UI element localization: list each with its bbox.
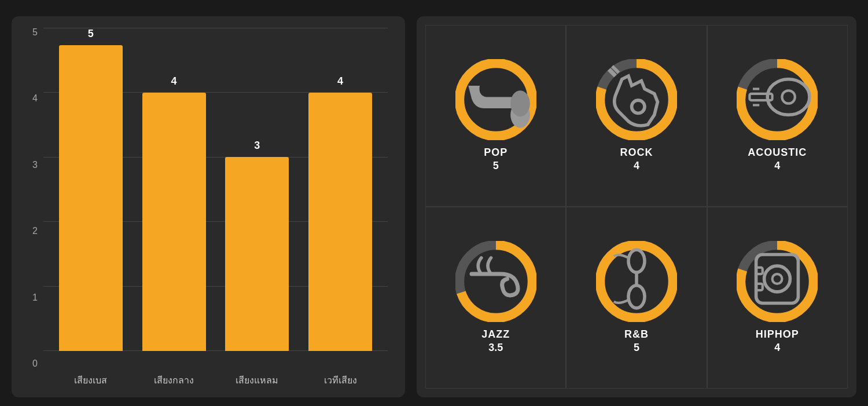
hiphop-icon bbox=[737, 238, 818, 324]
genre-cell: JAZZ3.5 bbox=[425, 207, 566, 389]
svg-rect-13 bbox=[750, 94, 773, 100]
svg-rect-28 bbox=[756, 284, 763, 290]
genre-cell: POP5 bbox=[425, 25, 566, 207]
bar-value: 4 bbox=[171, 75, 177, 87]
y-axis-label: 5 bbox=[23, 28, 38, 37]
donut-wrapper bbox=[455, 59, 536, 140]
svg-point-21 bbox=[628, 250, 645, 272]
chart-area: 5434 เสียงเบสเสียงกลางเสียงแหลมเวทีเสียง bbox=[43, 28, 388, 386]
genre-panel: POP5 ROCK4 ACOUSTIC4 JAZZ3.5 R&B5 HIPHOP… bbox=[417, 16, 856, 397]
bar-group: 3 bbox=[219, 28, 295, 351]
bar bbox=[59, 45, 123, 351]
bar-value: 5 bbox=[88, 28, 94, 40]
grid-and-bars: 5434 bbox=[43, 28, 388, 368]
donut-wrapper bbox=[455, 241, 536, 322]
svg-point-12 bbox=[782, 90, 795, 103]
pop-icon bbox=[455, 56, 536, 142]
donut-wrapper bbox=[737, 241, 818, 322]
genre-name: JAZZ bbox=[481, 328, 510, 341]
svg-rect-29 bbox=[756, 268, 763, 274]
svg-point-6 bbox=[632, 100, 645, 113]
bar-group: 5 bbox=[53, 28, 128, 351]
genre-score: 3.5 bbox=[488, 341, 503, 354]
y-axis-label: 2 bbox=[23, 226, 38, 236]
x-axis-label: เสียงแหลม bbox=[216, 373, 299, 386]
genre-score: 4 bbox=[774, 341, 780, 354]
main-content: 012345 5434 เสียงเบสเสียงกลางเสียงแหลมเว… bbox=[0, 16, 868, 406]
y-axis: 012345 bbox=[23, 28, 38, 386]
donut-wrapper bbox=[596, 241, 677, 322]
genre-name: ROCK bbox=[620, 146, 653, 159]
svg-point-11 bbox=[768, 79, 810, 115]
x-labels: เสียงเบสเสียงกลางเสียงแหลมเวทีเสียง bbox=[43, 368, 388, 386]
r&b-icon bbox=[596, 238, 677, 324]
svg-point-20 bbox=[628, 285, 645, 308]
genre-score: 4 bbox=[774, 159, 780, 173]
genre-name: ACOUSTIC bbox=[748, 146, 807, 159]
genre-score: 4 bbox=[634, 159, 639, 173]
bar-value: 3 bbox=[254, 140, 260, 152]
svg-point-27 bbox=[773, 274, 782, 284]
x-axis-label: เสียงกลาง bbox=[133, 373, 216, 386]
x-axis-label: เสียงเบส bbox=[49, 373, 133, 386]
donut-wrapper bbox=[737, 59, 818, 140]
bar bbox=[225, 157, 289, 351]
y-axis-label: 3 bbox=[23, 160, 38, 170]
genre-cell: ACOUSTIC4 bbox=[707, 25, 848, 207]
bar bbox=[142, 93, 206, 351]
x-axis-label: เวทีเสียง bbox=[299, 373, 382, 386]
chart-container: 012345 5434 เสียงเบสเสียงกลางเสียงแหลมเว… bbox=[23, 28, 388, 386]
y-axis-label: 1 bbox=[23, 293, 38, 302]
genre-cell: HIPHOP4 bbox=[707, 207, 848, 389]
genre-score: 5 bbox=[493, 159, 499, 173]
bars-row: 5434 bbox=[43, 28, 388, 351]
rock-icon bbox=[596, 56, 677, 142]
bar-group: 4 bbox=[303, 28, 378, 351]
donut-wrapper bbox=[596, 59, 677, 140]
acoustic-icon bbox=[737, 56, 818, 142]
bar-chart-panel: 012345 5434 เสียงเบสเสียงกลางเสียงแหลมเว… bbox=[12, 16, 405, 397]
jazz-icon bbox=[455, 238, 536, 324]
svg-point-3 bbox=[510, 90, 530, 116]
genre-name: R&B bbox=[624, 328, 649, 341]
genre-score: 5 bbox=[634, 341, 639, 354]
header bbox=[0, 0, 868, 16]
genre-cell: R&B5 bbox=[566, 207, 707, 389]
y-axis-label: 0 bbox=[23, 359, 38, 368]
bar-group: 4 bbox=[137, 28, 212, 351]
genre-name: HIPHOP bbox=[756, 328, 799, 341]
y-axis-label: 4 bbox=[23, 94, 38, 103]
genre-name: POP bbox=[484, 146, 507, 159]
genre-cell: ROCK4 bbox=[566, 25, 707, 207]
svg-point-26 bbox=[764, 266, 790, 292]
bar bbox=[308, 93, 372, 351]
bar-value: 4 bbox=[337, 75, 343, 87]
